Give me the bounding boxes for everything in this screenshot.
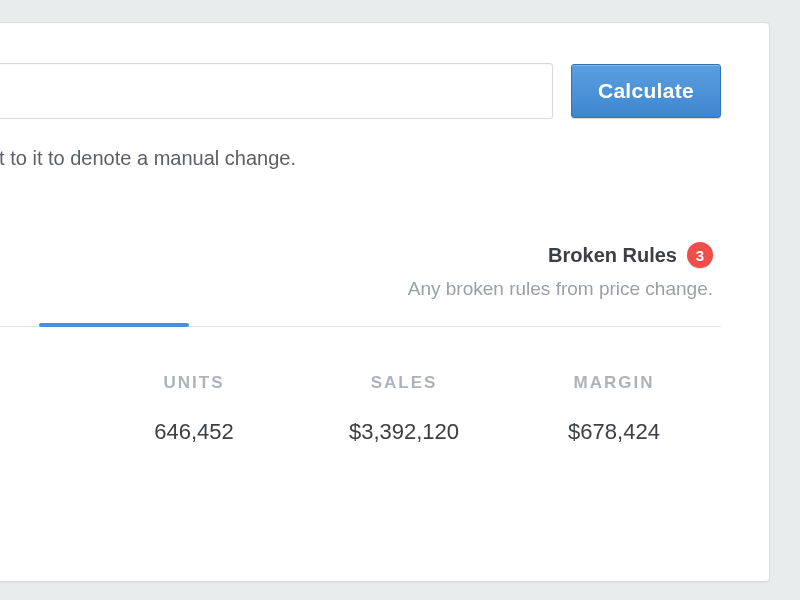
- calculate-row: Calculate: [0, 63, 721, 119]
- column-header-units: UNITS: [89, 373, 299, 393]
- column-header-sales: SALES: [299, 373, 509, 393]
- calculate-button[interactable]: Calculate: [571, 64, 721, 118]
- helper-text: will add this symbol next to it to denot…: [0, 147, 721, 170]
- cell-sales: $3,392,120: [299, 419, 509, 445]
- calculation-input[interactable]: [0, 63, 553, 119]
- broken-rules-section: Broken Rules 3 Any broken rules from pri…: [0, 242, 721, 300]
- cell-units: 646,452: [89, 419, 299, 445]
- main-panel: Calculate will add this symbol next to i…: [0, 22, 770, 582]
- table-header-row: UNITS SALES MARGIN: [0, 373, 721, 393]
- broken-rules-description: Any broken rules from price change.: [0, 278, 713, 300]
- tab-divider: [0, 326, 721, 327]
- column-header-margin: MARGIN: [509, 373, 719, 393]
- table-row: 646,452 $3,392,120 $678,424: [0, 419, 721, 445]
- active-tab-indicator: [39, 323, 189, 327]
- broken-rules-title-row: Broken Rules 3: [548, 242, 713, 268]
- broken-rules-count-badge: 3: [687, 242, 713, 268]
- cell-margin: $678,424: [509, 419, 719, 445]
- broken-rules-label: Broken Rules: [548, 244, 677, 267]
